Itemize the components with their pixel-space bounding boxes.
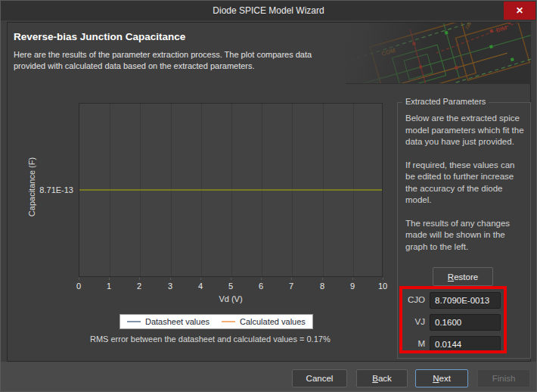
plot-data-line-overlapping-series	[79, 189, 382, 191]
title-bar: Diode SPICE Model Wizard ✕	[1, 1, 536, 20]
x-tick-label: 5	[219, 282, 242, 291]
legend-item-calculated: Calculated values	[222, 317, 306, 326]
dialog-window: Diode SPICE Model Wizard ✕ Reverse-bias …	[0, 0, 537, 392]
rms-error-text: RMS error between the datasheet and calc…	[90, 334, 331, 344]
x-tickmark	[352, 278, 353, 280]
datasheet-line-swatch	[127, 321, 141, 322]
image-fade-overlay	[346, 23, 531, 83]
x-tickmark	[231, 278, 231, 280]
x-tick-label: 3	[159, 282, 182, 291]
x-tickmark	[291, 278, 292, 280]
groupbox-paragraph: Below are the extracted spice model para…	[405, 113, 526, 148]
legend-item-datasheet: Datasheet values	[127, 317, 210, 326]
x-tick-label: 2	[128, 282, 151, 291]
page-description-line2: provided with calculated data based on t…	[14, 61, 312, 72]
calculated-line-swatch	[222, 321, 235, 322]
param-label-m: M	[398, 339, 425, 348]
restore-button[interactable]: Restore	[433, 267, 493, 286]
x-tick-label: 9	[341, 282, 364, 291]
vj-field[interactable]	[430, 314, 501, 331]
cjo-field[interactable]	[430, 292, 501, 309]
legend-label: Datasheet values	[145, 317, 210, 326]
x-tickmark	[200, 278, 201, 280]
x-tickmark	[109, 278, 110, 280]
x-tick-label: 6	[250, 282, 272, 291]
x-tickmark	[261, 278, 262, 280]
x-tickmark	[139, 278, 140, 280]
x-tickmark	[383, 278, 383, 280]
y-axis-label: Capacitance (F)	[27, 145, 36, 229]
x-tickmark	[322, 278, 323, 280]
x-tick-label: 8	[311, 282, 334, 291]
param-label-cjo: CJO	[398, 295, 425, 304]
x-tick-label: 10	[371, 282, 394, 291]
finish-button-disabled: Finish	[477, 369, 530, 387]
groupbox-paragraph: The results of any changes made will be …	[405, 218, 526, 254]
groupbox-paragraph: If required, these values can be edited …	[405, 160, 526, 207]
footer-button-bar: Cancel Back Next Finish	[1, 362, 536, 391]
circuit-schematic-image: COM COM DIM J305 Main Power Switch	[346, 23, 531, 84]
page-description-line1: Here are the results of the parameter ex…	[14, 49, 312, 61]
plot-legend: Datasheet values Calculated values	[120, 314, 313, 329]
close-icon[interactable]: ✕	[504, 2, 535, 20]
groupbox-title: Extracted Parameters	[402, 97, 489, 106]
x-axis-label: Vd (V)	[79, 294, 383, 303]
x-tick-label: 4	[189, 282, 212, 291]
next-button[interactable]: Next	[415, 369, 468, 387]
back-button[interactable]: Back	[356, 369, 408, 387]
x-tickmark	[79, 278, 79, 280]
groupbox-description: Below are the extracted spice model para…	[405, 113, 526, 264]
param-label-vj: VJ	[398, 317, 425, 326]
x-tick-label: 0	[67, 282, 90, 291]
m-field[interactable]	[430, 336, 501, 353]
page-description: Here are the results of the parameter ex…	[14, 49, 312, 71]
legend-label: Calculated values	[240, 317, 306, 326]
x-tick-label: 1	[98, 282, 120, 291]
window-title: Diode SPICE Model Wizard	[1, 1, 536, 20]
x-tick-label: 7	[280, 282, 303, 291]
cancel-button[interactable]: Cancel	[292, 369, 347, 387]
page-title: Reverse-bias Junction Capacitance	[14, 31, 185, 42]
x-tickmark	[170, 278, 171, 280]
